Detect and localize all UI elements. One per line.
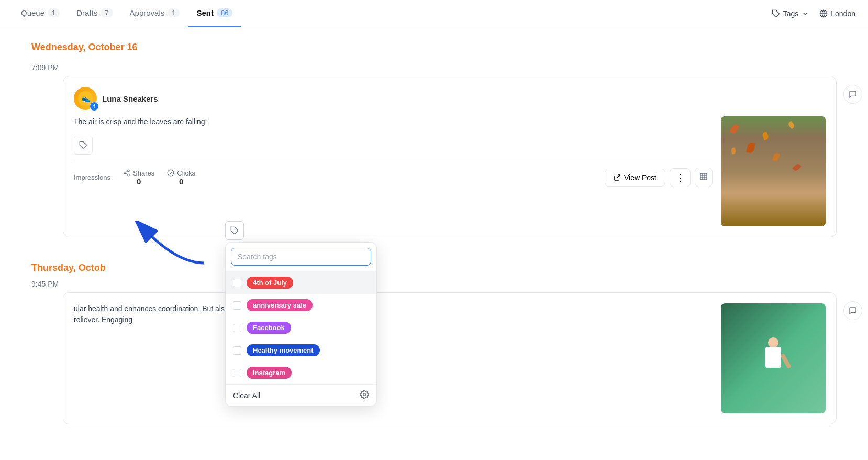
clicks-icon bbox=[167, 169, 174, 177]
svg-text:👟: 👟 bbox=[82, 94, 91, 103]
svg-line-9 bbox=[126, 173, 128, 174]
date-heading: Wednesday, October 16 bbox=[31, 42, 837, 53]
date-section-wednesday: Wednesday, October 16 bbox=[31, 42, 837, 53]
post2-left: ular health and enhances coordination. B… bbox=[74, 303, 713, 413]
more-options-button[interactable]: ⋮ bbox=[670, 168, 691, 187]
tags-footer: Clear All bbox=[226, 384, 376, 406]
impressions-stat: Impressions bbox=[74, 173, 110, 181]
tag-item-facebook[interactable]: Facebook bbox=[226, 316, 376, 339]
tag-checkbox-anniversary-sale[interactable] bbox=[233, 301, 241, 310]
arrow-indicator bbox=[131, 221, 215, 275]
thursday-label: Thursday, bbox=[31, 262, 76, 273]
chart-icon bbox=[699, 172, 708, 181]
post-image bbox=[721, 116, 826, 226]
tag-pill-anniversary-sale: anniversary sale bbox=[247, 299, 313, 311]
tag-pill-healthy-movement: Healthy movement bbox=[247, 344, 320, 356]
tags-dropdown: 4th of July anniversary sale Facebook He… bbox=[225, 242, 377, 407]
tag-pill-4th-july: 4th of July bbox=[247, 277, 293, 289]
comment-button[interactable] bbox=[843, 85, 862, 104]
post2-image-inner bbox=[721, 303, 826, 413]
top-navigation: Queue 1 Drafts 7 Approvals 1 Sent 86 Tag… bbox=[0, 0, 868, 27]
location-label: London bbox=[831, 9, 855, 18]
svg-point-7 bbox=[124, 172, 126, 174]
tab-approvals[interactable]: Approvals 1 bbox=[121, 0, 188, 27]
tab-queue-badge: 1 bbox=[48, 8, 60, 17]
post-left: The air is crisp and the leaves are fall… bbox=[74, 116, 713, 226]
settings-icon bbox=[360, 390, 369, 399]
svg-point-19 bbox=[363, 393, 366, 396]
tag-checkbox-4th-july[interactable] bbox=[233, 279, 241, 287]
main-content: Wednesday, October 16 7:09 PM 👟 f Luna S… bbox=[0, 27, 868, 460]
tag-icon-button[interactable] bbox=[74, 136, 93, 155]
tag-trigger-icon bbox=[230, 226, 239, 235]
post-card-1: 👟 f Luna Sneakers The air is crisp and t… bbox=[63, 76, 837, 237]
svg-point-6 bbox=[128, 170, 130, 172]
tag-button-icon bbox=[79, 141, 87, 149]
tag-icon bbox=[772, 9, 780, 18]
comment-icon bbox=[849, 90, 857, 98]
tags-label: Tags bbox=[783, 9, 799, 18]
tab-queue[interactable]: Queue 1 bbox=[13, 0, 68, 27]
date-colored: October 16 bbox=[88, 42, 137, 52]
account-name: Luna Sneakers bbox=[102, 94, 158, 103]
svg-line-10 bbox=[126, 171, 128, 172]
comment-icon-2 bbox=[849, 306, 857, 315]
arrow-svg bbox=[131, 221, 215, 273]
chevron-down-icon bbox=[802, 10, 809, 17]
clicks-stat: Clicks 0 bbox=[167, 169, 195, 186]
tab-queue-label: Queue bbox=[21, 8, 44, 17]
post-body: The air is crisp and the leaves are fall… bbox=[74, 116, 826, 226]
analytics-button[interactable] bbox=[695, 168, 713, 187]
avatar: 👟 f bbox=[74, 87, 97, 110]
tag-item-instagram[interactable]: Instagram bbox=[226, 362, 376, 384]
tag-trigger-button[interactable] bbox=[225, 221, 244, 240]
tags-button[interactable]: Tags bbox=[772, 9, 809, 18]
post-card-2: ular health and enhances coordination. B… bbox=[63, 292, 837, 424]
stats-row: Impressions Shares 0 bbox=[74, 161, 713, 187]
date-section-thursday: Thursday, Octob 9:45 PM ular health and … bbox=[31, 262, 837, 424]
shares-stat: Shares 0 bbox=[123, 169, 154, 186]
location-button[interactable]: London bbox=[819, 9, 855, 18]
tag-checkbox-instagram[interactable] bbox=[233, 369, 241, 377]
comment-button-2[interactable] bbox=[843, 301, 862, 320]
tab-drafts-badge: 7 bbox=[101, 8, 113, 17]
post2-image bbox=[721, 303, 826, 413]
tab-sent-label: Sent bbox=[196, 8, 214, 17]
tag-item-healthy-movement[interactable]: Healthy movement bbox=[226, 339, 376, 362]
tag-checkbox-healthy-movement[interactable] bbox=[233, 346, 241, 355]
post-text: The air is crisp and the leaves are fall… bbox=[74, 116, 325, 127]
view-post-button[interactable]: View Post bbox=[605, 169, 665, 187]
tags-search-input[interactable] bbox=[231, 248, 371, 266]
globe-icon bbox=[819, 9, 828, 18]
clear-all-button[interactable]: Clear All bbox=[233, 391, 260, 400]
post-image-inner bbox=[721, 116, 826, 226]
date-label: Wednesday, bbox=[31, 42, 85, 52]
tags-dropdown-overlay: 4th of July anniversary sale Facebook He… bbox=[225, 221, 377, 407]
tab-drafts-label: Drafts bbox=[76, 8, 97, 17]
tab-sent[interactable]: Sent 86 bbox=[188, 0, 241, 27]
post2-body: ular health and enhances coordination. B… bbox=[74, 303, 826, 413]
tag-pill-facebook: Facebook bbox=[247, 322, 291, 334]
tag-checkbox-facebook[interactable] bbox=[233, 324, 241, 332]
tag-pill-instagram: Instagram bbox=[247, 367, 292, 379]
post-action-buttons: View Post ⋮ bbox=[605, 168, 713, 187]
tab-drafts[interactable]: Drafts 7 bbox=[68, 0, 121, 27]
svg-rect-12 bbox=[700, 173, 707, 180]
post1-time: 7:09 PM bbox=[31, 63, 837, 72]
tag-item-4th-july[interactable]: 4th of July bbox=[226, 271, 376, 294]
tab-sent-badge: 86 bbox=[217, 8, 232, 17]
impressions-label: Impressions bbox=[74, 173, 110, 181]
clicks-label: Clicks bbox=[167, 169, 195, 177]
tags-list: 4th of July anniversary sale Facebook He… bbox=[226, 271, 376, 384]
tab-approvals-label: Approvals bbox=[130, 8, 165, 17]
tag-item-anniversary-sale[interactable]: anniversary sale bbox=[226, 294, 376, 316]
player-figure bbox=[758, 337, 789, 379]
tags-settings-button[interactable] bbox=[360, 390, 369, 401]
clicks-value: 0 bbox=[179, 177, 183, 186]
tags-search-wrapper bbox=[226, 243, 376, 271]
thursday-date-colored: Octob bbox=[79, 262, 106, 273]
share-icon bbox=[123, 169, 130, 177]
tab-approvals-badge: 1 bbox=[168, 8, 180, 17]
shares-value: 0 bbox=[137, 177, 141, 186]
post2-time: 9:45 PM bbox=[31, 280, 837, 288]
